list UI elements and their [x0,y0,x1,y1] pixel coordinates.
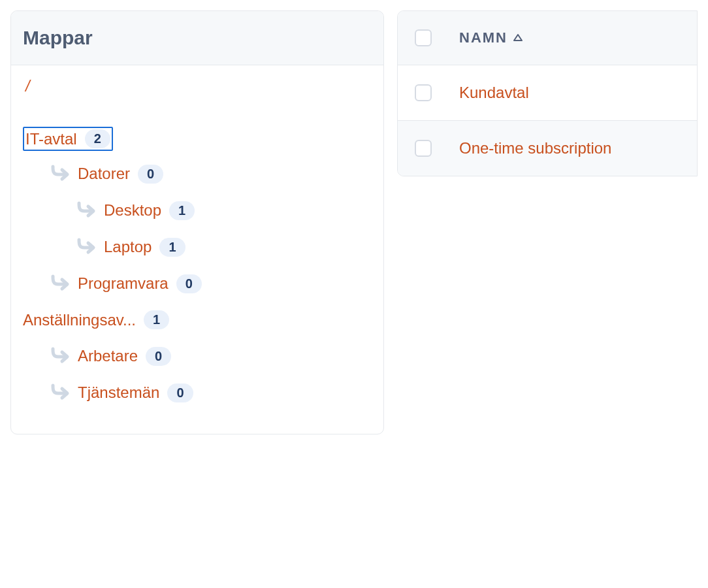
table-row: One-time subscription [398,121,697,176]
folders-body: / IT-avtal2Datorer0Desktop1Laptop1Progra… [11,65,383,434]
folder-label: Desktop [104,201,161,220]
folders-title: Mappar [23,27,372,49]
folder-count-badge: 1 [159,238,185,257]
folder-count-badge: 0 [167,384,193,402]
items-table-wrap: NAMN KundavtalOne-time subscription [397,10,698,176]
folder-count-badge: 0 [146,347,171,366]
row-name-link[interactable]: One-time subscription [459,139,611,157]
row-name-link[interactable]: Kundavtal [459,84,529,102]
folder-count-badge: 0 [176,274,202,293]
folder-label: Anställningsav... [23,311,136,329]
folder-label: Tjänstemän [78,384,159,402]
row-checkbox[interactable] [415,84,432,101]
folder-label: Programvara [78,274,169,293]
items-table: NAMN KundavtalOne-time subscription [397,10,698,176]
folder-item[interactable]: Laptop1 [23,233,372,261]
folders-panel-header: Mappar [11,11,383,65]
child-arrow-icon [49,346,72,366]
folder-label: IT-avtal [25,130,77,148]
folder-count-badge: 1 [169,201,195,220]
folder-count-badge: 2 [85,129,110,148]
folder-count-badge: 0 [138,165,163,184]
folder-label: Laptop [104,238,152,256]
folder-item[interactable]: Desktop1 [23,197,372,224]
folder-item[interactable]: Arbetare0 [23,342,372,370]
column-header-name[interactable]: NAMN [459,29,523,46]
child-arrow-icon [49,383,72,402]
child-arrow-icon [75,237,99,257]
folder-count-badge: 1 [144,310,169,329]
folder-item[interactable]: Tjänstemän0 [23,379,372,406]
table-row: Kundavtal [398,65,697,121]
child-arrow-icon [49,274,72,293]
folder-label: Datorer [78,165,130,183]
folder-item[interactable]: IT-avtal2 [23,127,113,151]
sort-ascending-icon [513,34,523,42]
column-header-name-label: NAMN [459,29,507,46]
folder-item[interactable]: Datorer0 [23,160,372,188]
folder-label: Arbetare [78,347,138,365]
folder-item[interactable]: Anställningsav...1 [23,306,372,333]
row-checkbox[interactable] [415,140,432,157]
root-folder[interactable]: / [23,77,372,95]
folder-tree: IT-avtal2Datorer0Desktop1Laptop1Programv… [23,120,372,406]
child-arrow-icon [49,164,72,184]
table-header-row: NAMN [398,11,697,65]
folders-panel: Mappar / IT-avtal2Datorer0Desktop1Laptop… [10,10,384,434]
child-arrow-icon [75,201,99,220]
folder-item[interactable]: Programvara0 [23,270,372,297]
select-all-checkbox[interactable] [415,29,432,46]
